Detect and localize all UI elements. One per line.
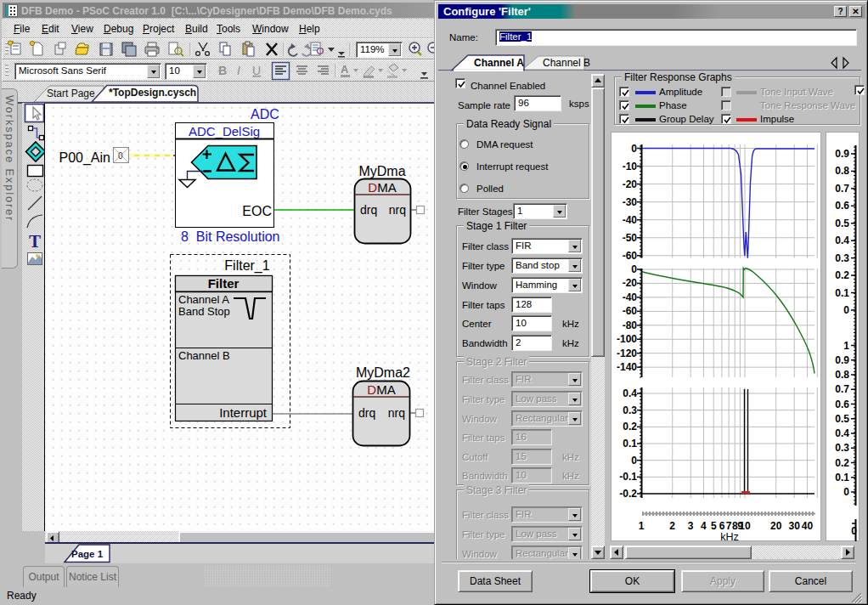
svg-text:-10: -10 bbox=[623, 161, 638, 172]
svg-text:0.8: 0.8 bbox=[835, 165, 849, 177]
svg-text:-40: -40 bbox=[623, 291, 638, 303]
svg-text:0.2: 0.2 bbox=[835, 269, 849, 281]
svg-text:0.7: 0.7 bbox=[835, 383, 849, 395]
svg-text:0.1: 0.1 bbox=[623, 438, 637, 450]
svg-text:0: 0 bbox=[843, 486, 849, 498]
svg-text:-30: -30 bbox=[623, 196, 638, 208]
svg-text:0.2: 0.2 bbox=[835, 457, 849, 469]
svg-text:0.3: 0.3 bbox=[835, 252, 849, 264]
svg-text:0: 0 bbox=[631, 143, 637, 155]
svg-text:0.9: 0.9 bbox=[835, 148, 849, 160]
svg-text:0: 0 bbox=[851, 525, 857, 537]
svg-text:-100: -100 bbox=[617, 333, 637, 345]
svg-text:0.5: 0.5 bbox=[835, 218, 849, 229]
svg-text:0.3: 0.3 bbox=[835, 442, 849, 454]
svg-text:0: 0 bbox=[631, 263, 637, 275]
svg-text:-40: -40 bbox=[623, 214, 638, 226]
svg-text:Channel B: Channel B bbox=[543, 57, 590, 69]
svg-text:Channel A: Channel A bbox=[178, 293, 229, 306]
svg-text:0.9: 0.9 bbox=[835, 354, 849, 366]
svg-text:0.1: 0.1 bbox=[835, 472, 849, 483]
svg-text:-0.1: -0.1 bbox=[619, 471, 637, 483]
svg-text:0.6: 0.6 bbox=[835, 200, 849, 212]
svg-text:8 Bit Resolution: 8 Bit Resolution bbox=[181, 229, 280, 244]
svg-text:nrq: nrq bbox=[389, 203, 406, 217]
svg-text:0.4: 0.4 bbox=[835, 427, 849, 439]
svg-text:MyDma: MyDma bbox=[358, 164, 405, 178]
svg-text:drq: drq bbox=[358, 406, 375, 420]
svg-text:0: 0 bbox=[631, 455, 637, 466]
svg-text:0.1: 0.1 bbox=[835, 287, 849, 299]
svg-text:Band Stop: Band Stop bbox=[178, 305, 230, 318]
svg-text:P00_Ain: P00_Ain bbox=[59, 150, 111, 166]
svg-text:0.3: 0.3 bbox=[623, 404, 637, 416]
svg-text:6: 6 bbox=[719, 520, 725, 532]
svg-text:kHz: kHz bbox=[720, 531, 739, 541]
svg-text:30: 30 bbox=[789, 520, 801, 532]
svg-text:0.8: 0.8 bbox=[835, 369, 849, 381]
svg-text:Page 1: Page 1 bbox=[71, 549, 104, 559]
svg-text:0.2: 0.2 bbox=[623, 421, 637, 433]
svg-text:drq: drq bbox=[360, 203, 377, 217]
svg-text:7: 7 bbox=[726, 520, 732, 532]
svg-text:0.4: 0.4 bbox=[623, 387, 637, 399]
svg-text:-20: -20 bbox=[623, 178, 638, 190]
svg-text:-0.2: -0.2 bbox=[619, 488, 637, 500]
svg-text:40: 40 bbox=[802, 520, 814, 532]
svg-text:0.6: 0.6 bbox=[835, 399, 849, 410]
svg-text:-140: -140 bbox=[617, 361, 637, 373]
svg-text:0.5: 0.5 bbox=[835, 413, 849, 425]
svg-text:Filter_1: Filter_1 bbox=[224, 258, 269, 274]
svg-text:ADC: ADC bbox=[251, 107, 279, 122]
svg-text:-60: -60 bbox=[623, 250, 638, 262]
svg-text:Filter: Filter bbox=[208, 276, 240, 291]
svg-text:Channel B: Channel B bbox=[178, 349, 230, 362]
svg-text:DMA: DMA bbox=[367, 382, 395, 397]
svg-text:nrq: nrq bbox=[388, 406, 405, 420]
svg-text:EOC: EOC bbox=[242, 204, 272, 218]
svg-text:-120: -120 bbox=[617, 348, 637, 359]
svg-text:DMA: DMA bbox=[368, 180, 396, 195]
svg-text:20: 20 bbox=[770, 520, 782, 532]
svg-text:-20: -20 bbox=[623, 277, 638, 289]
svg-text:0.7: 0.7 bbox=[835, 183, 849, 195]
svg-text:0: 0 bbox=[118, 151, 123, 161]
svg-text:10: 10 bbox=[739, 520, 751, 532]
svg-text:MyDma2: MyDma2 bbox=[356, 365, 410, 380]
svg-text:-50: -50 bbox=[623, 232, 638, 244]
svg-text:-60: -60 bbox=[623, 305, 638, 317]
svg-text:Interrupt: Interrupt bbox=[219, 405, 268, 420]
svg-text:5: 5 bbox=[711, 520, 717, 532]
svg-text:3: 3 bbox=[688, 520, 694, 532]
svg-text:0.4: 0.4 bbox=[835, 235, 849, 246]
svg-text:1: 1 bbox=[843, 340, 849, 352]
svg-text:ADC_DelSig: ADC_DelSig bbox=[189, 124, 260, 139]
svg-text:Channel A: Channel A bbox=[474, 57, 524, 69]
svg-text:-80: -80 bbox=[623, 319, 638, 331]
svg-text:0: 0 bbox=[843, 304, 849, 316]
svg-text:4: 4 bbox=[701, 520, 707, 532]
svg-text:1: 1 bbox=[639, 520, 645, 532]
svg-text:2: 2 bbox=[669, 520, 675, 532]
